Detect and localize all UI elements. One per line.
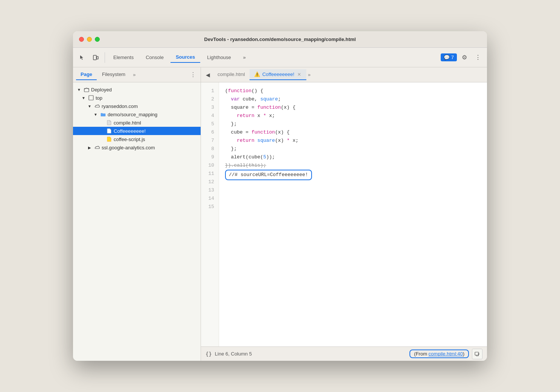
- line-num-4: 4: [201, 112, 219, 120]
- file-yellow-icon: [106, 136, 112, 142]
- location-close: ): [463, 351, 464, 357]
- compile-html-label: compile.html: [114, 120, 198, 126]
- line-num-10: 10: [201, 161, 219, 170]
- line-numbers: 1 2 3 4 5 6 7 8 9 10 11 12 13 14 15: [201, 82, 219, 346]
- deployed-label: Deployed: [91, 87, 198, 93]
- tab-lighthouse[interactable]: Lighthouse: [202, 52, 236, 62]
- inspect-tool-button[interactable]: [76, 52, 88, 64]
- code-line-14: }).call(this);: [225, 161, 481, 170]
- navigate-icon: [475, 351, 480, 357]
- expand-arrow: ▼: [87, 103, 93, 109]
- editor-area: ◀ compile.html ⚠️ Coffeeeeeeee! ✕ » 1 2 …: [201, 67, 487, 361]
- expand-arrow: ▼: [76, 87, 82, 93]
- line-num-9: 9: [201, 153, 219, 161]
- code-line-2: var cube, square;: [225, 95, 481, 103]
- code-line-8: cube = function(x) {: [225, 128, 481, 137]
- code-line-9: return square(x) * x;: [225, 137, 481, 145]
- cloud-icon: [94, 103, 100, 109]
- sidebar-tree: ▼ Deployed ▼ top ▼: [73, 82, 201, 361]
- maximize-button[interactable]: [95, 37, 100, 42]
- location-link[interactable]: compile.html:40: [429, 351, 463, 357]
- code-line-10: };: [225, 145, 481, 153]
- sidebar-tab-more[interactable]: »: [131, 70, 138, 79]
- main-toolbar: Elements Console Sources Lighthouse » 💬 …: [73, 48, 487, 67]
- cursor-icon: [79, 55, 85, 61]
- folder-icon: [100, 111, 106, 117]
- coffee-script-label: coffee-script.js: [114, 137, 198, 142]
- console-badge[interactable]: 💬 7: [441, 53, 457, 61]
- code-line-6: };: [225, 120, 481, 128]
- tree-item-demo-folder[interactable]: ▼ demo/source_mapping: [73, 110, 201, 119]
- location-text: (From: [414, 351, 428, 357]
- code-editor[interactable]: 1 2 3 4 5 6 7 8 9 10 11 12 13 14 15: [201, 82, 487, 346]
- coffee-selected-label: Coffeeeeeeee!: [114, 128, 198, 134]
- format-button[interactable]: {}: [205, 351, 212, 357]
- line-num-15: 15: [201, 203, 219, 211]
- tree-item-deployed[interactable]: ▼ Deployed: [73, 85, 201, 94]
- editor-tab-coffee[interactable]: ⚠️ Coffeeeeeeee! ✕: [250, 69, 306, 80]
- close-button[interactable]: [79, 37, 84, 42]
- kebab-icon: ⋮: [475, 54, 481, 61]
- code-content[interactable]: (function() { var cube, square; square =…: [219, 82, 487, 346]
- devtools-window: DevTools - ryanseddon.com/demo/source_ma…: [73, 31, 487, 361]
- line-num-1: 1: [201, 87, 219, 95]
- svg-rect-1: [97, 56, 98, 59]
- tree-item-coffee-selected[interactable]: ▶ Coffeeeeeeee!: [73, 127, 201, 135]
- tab-more[interactable]: »: [238, 52, 251, 62]
- ryanseddon-label: ryanseddon.com: [102, 103, 198, 109]
- sidebar-tab-page[interactable]: Page: [76, 69, 97, 80]
- minimize-button[interactable]: [87, 37, 92, 42]
- sidebar-tab-filesystem[interactable]: Filesystem: [97, 69, 130, 80]
- compile-html-tab-label: compile.html: [218, 71, 245, 77]
- editor-tab-compile-html[interactable]: compile.html: [213, 69, 250, 80]
- frame-icon: [88, 95, 94, 101]
- tab-close-button[interactable]: ✕: [297, 72, 302, 77]
- code-line-1: (function() {: [225, 87, 481, 95]
- device-toolbar-button[interactable]: [90, 52, 102, 64]
- tab-elements[interactable]: Elements: [108, 52, 139, 62]
- svg-rect-0: [93, 55, 96, 60]
- line-num-13: 13: [201, 186, 219, 194]
- code-line-15: //# sourceURL=Coffeeeeeeee!: [225, 170, 481, 180]
- file-gray-icon: [106, 120, 112, 126]
- line-num-2: 2: [201, 95, 219, 103]
- settings-button[interactable]: ⚙: [458, 52, 470, 64]
- tab-console[interactable]: Console: [140, 52, 169, 62]
- code-line-12: alert(cube(5));: [225, 153, 481, 161]
- warning-icon: ⚠️: [254, 71, 260, 77]
- gear-icon: ⚙: [462, 54, 467, 61]
- cube-icon: [84, 87, 90, 93]
- tree-item-google-analytics[interactable]: ▶ ssl.google-analytics.com: [73, 143, 201, 152]
- line-num-6: 6: [201, 128, 219, 137]
- device-icon: [93, 55, 99, 61]
- tree-item-compile-html[interactable]: ▶ compile.html: [73, 119, 201, 127]
- more-options-button[interactable]: ⋮: [472, 52, 484, 64]
- demo-folder-label: demo/source_mapping: [108, 112, 198, 117]
- cloud-icon-2: [94, 144, 100, 150]
- line-num-8: 8: [201, 145, 219, 153]
- expand-arrow: ▼: [81, 95, 87, 101]
- editor-tab-more[interactable]: »: [308, 72, 310, 77]
- editor-tabs: ◀ compile.html ⚠️ Coffeeeeeeee! ✕ »: [201, 67, 487, 82]
- expand-arrow: ▼: [93, 111, 99, 117]
- tree-item-top[interactable]: ▼ top: [73, 94, 201, 102]
- tree-item-ryanseddon[interactable]: ▼ ryanseddon.com: [73, 102, 201, 110]
- tree-item-coffee-script[interactable]: ▶ coffee-script.js: [73, 135, 201, 143]
- file-white-icon: [106, 128, 112, 134]
- badge-count: 7: [451, 55, 454, 60]
- source-location[interactable]: (From compile.html:40): [409, 349, 469, 358]
- line-num-14: 14: [201, 194, 219, 203]
- traffic-lights: [79, 37, 100, 42]
- tab-sources[interactable]: Sources: [170, 52, 200, 63]
- google-analytics-label: ssl.google-analytics.com: [102, 145, 198, 150]
- sidebar-menu-button[interactable]: ⋮: [189, 70, 198, 79]
- window-title: DevTools - ryanseddon.com/demo/source_ma…: [204, 36, 356, 42]
- top-label: top: [96, 95, 198, 101]
- svg-rect-3: [89, 96, 93, 100]
- titlebar: DevTools - ryanseddon.com/demo/source_ma…: [73, 31, 487, 48]
- collapse-arrow: ▶: [87, 144, 93, 150]
- sidebar: Page Filesystem » ⋮ ▼ Deployed ▼: [73, 67, 201, 361]
- editor-nav-back[interactable]: ◀: [202, 70, 213, 80]
- line-num-5: 5: [201, 120, 219, 128]
- navigate-button[interactable]: [472, 349, 482, 359]
